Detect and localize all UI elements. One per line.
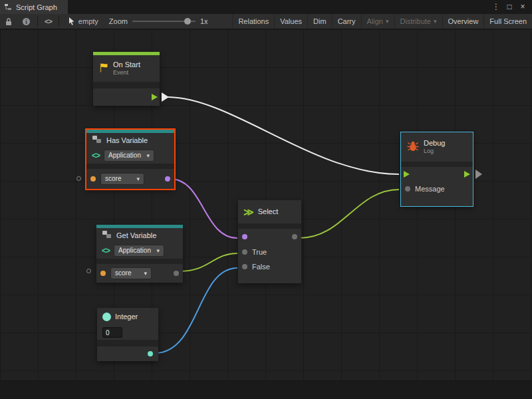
wire-getvariable-to-select-true[interactable] (180, 253, 237, 271)
node-debug-log[interactable]: Debug Log Message (401, 132, 473, 206)
code-icon: <> (92, 151, 100, 160)
port-row (93, 88, 160, 106)
node-title: Has Variable (106, 136, 148, 145)
dim-button[interactable]: Dim (307, 14, 332, 29)
variables-icon (102, 230, 112, 241)
overview-button[interactable]: Overview (442, 14, 484, 29)
toolbar-divider (37, 16, 38, 27)
node-title: Integer (115, 313, 138, 321)
chevron-down-icon: ▾ (386, 18, 389, 25)
chevron-down-icon: ▾ (136, 174, 140, 184)
chevron-down-icon: ▾ (156, 246, 160, 255)
flow-output-port[interactable] (464, 171, 470, 178)
message-port-label: Message (415, 185, 445, 193)
integer-literal-icon (102, 313, 111, 321)
port-row (238, 229, 301, 245)
node-header: On Start Event (93, 55, 160, 82)
true-input-port[interactable] (242, 249, 247, 255)
integer-output-port[interactable] (148, 351, 153, 356)
flow-input-port[interactable] (404, 171, 410, 178)
graph-icon (4, 3, 12, 12)
zoom-slider[interactable] (132, 21, 196, 22)
zoom-label: Zoom (109, 17, 128, 25)
false-port-label: False (252, 263, 270, 271)
variable-scope-dropdown[interactable]: Application ▾ (114, 245, 164, 257)
toolbar-buttons: Relations Values Dim Carry Align▾ Distri… (232, 14, 532, 29)
node-title: Select (258, 207, 279, 216)
chevron-down-icon: ▾ (434, 18, 437, 25)
variable-name-dropdown[interactable]: score ▾ (100, 173, 144, 185)
value-output-port[interactable] (174, 271, 179, 276)
edit-graph-icon[interactable]: <> (40, 14, 57, 29)
graph-canvas[interactable]: On Start Event Has Variable <> (0, 29, 532, 399)
variable-name-dropdown[interactable]: score ▾ (110, 267, 152, 279)
port-row: score ▾ (96, 264, 183, 283)
zoom-value: 1x (200, 17, 208, 25)
maximize-icon[interactable]: □ (503, 0, 516, 14)
node-divider (86, 164, 174, 169)
false-input-port[interactable] (242, 264, 247, 269)
condition-input-port[interactable] (242, 234, 247, 239)
window-controls: ⋮ □ × (489, 0, 532, 14)
node-title: Get Variable (116, 231, 156, 240)
graph-toolbar: i <> empty Zoom 1x Relations Values Dim … (0, 14, 532, 29)
script-graph-window: Script Graph ⋮ □ × i <> empty Zoom (0, 0, 532, 399)
message-input-port[interactable] (405, 186, 410, 192)
wire-select-to-debuglog-message[interactable] (299, 190, 399, 238)
variables-icon (92, 135, 102, 146)
node-select[interactable]: ≫ Select True False (238, 200, 301, 283)
variable-name-input-port[interactable] (90, 176, 96, 182)
cursor-icon (68, 17, 75, 27)
fullscreen-button[interactable]: Full Screen (483, 14, 532, 29)
port-row: Message (401, 182, 473, 196)
node-integer[interactable]: Integer (97, 308, 158, 361)
node-subheader: <> Application ▾ (96, 243, 183, 259)
bug-icon (406, 140, 420, 154)
flow-output-port[interactable] (152, 94, 158, 100)
unconnected-input-port-ring[interactable] (86, 269, 91, 273)
relations-button[interactable]: Relations (232, 14, 274, 29)
zoom-slider-handle[interactable] (184, 18, 191, 25)
unconnected-input-port-ring[interactable] (76, 176, 81, 181)
node-get-variable[interactable]: Get Variable <> Application ▾ score ▾ (96, 225, 183, 283)
flow-wire-start-arrow-icon (162, 92, 169, 102)
node-divider (96, 259, 183, 264)
lock-icon[interactable] (0, 14, 17, 29)
result-output-port[interactable] (165, 176, 170, 182)
node-divider (401, 162, 473, 167)
node-on-start[interactable]: On Start Event (93, 52, 160, 106)
node-header: Get Variable (96, 228, 183, 243)
integer-value-input[interactable] (102, 327, 122, 338)
code-icon: <> (102, 246, 110, 255)
select-branch-icon: ≫ (243, 207, 254, 217)
value-row (97, 325, 158, 340)
node-header: Debug Log (401, 132, 473, 162)
node-divider (238, 223, 301, 229)
close-icon[interactable]: × (516, 0, 529, 14)
node-has-variable[interactable]: Has Variable <> Application ▾ score ▾ (86, 130, 174, 189)
chevron-down-icon: ▾ (144, 269, 147, 278)
tab-script-graph[interactable]: Script Graph (0, 0, 68, 14)
carry-button[interactable]: Carry (332, 14, 361, 29)
port-row (97, 346, 158, 361)
wire-onstart-to-debuglog[interactable] (167, 97, 399, 174)
values-button[interactable]: Values (274, 14, 307, 29)
selection-status-label: empty (78, 17, 98, 25)
titlebar: Script Graph ⋮ □ × (0, 0, 532, 14)
node-subtitle: Log (424, 148, 445, 155)
node-header: Integer (97, 308, 158, 325)
canvas-bottom-shade (0, 380, 532, 399)
node-header: ≫ Select (238, 200, 301, 223)
variable-name-input-port[interactable] (100, 271, 106, 276)
flag-icon (98, 63, 109, 74)
info-icon[interactable]: i (17, 14, 35, 29)
port-row: score ▾ (86, 169, 174, 189)
selection-status: empty (61, 17, 105, 27)
node-subtitle: Event (113, 69, 140, 76)
menu-icon[interactable]: ⋮ (489, 0, 503, 14)
selection-output-port[interactable] (292, 234, 297, 239)
port-row (401, 167, 473, 182)
tab-title: Script Graph (16, 3, 57, 11)
variable-scope-dropdown[interactable]: Application ▾ (104, 150, 154, 162)
toolbar-divider (59, 16, 59, 27)
